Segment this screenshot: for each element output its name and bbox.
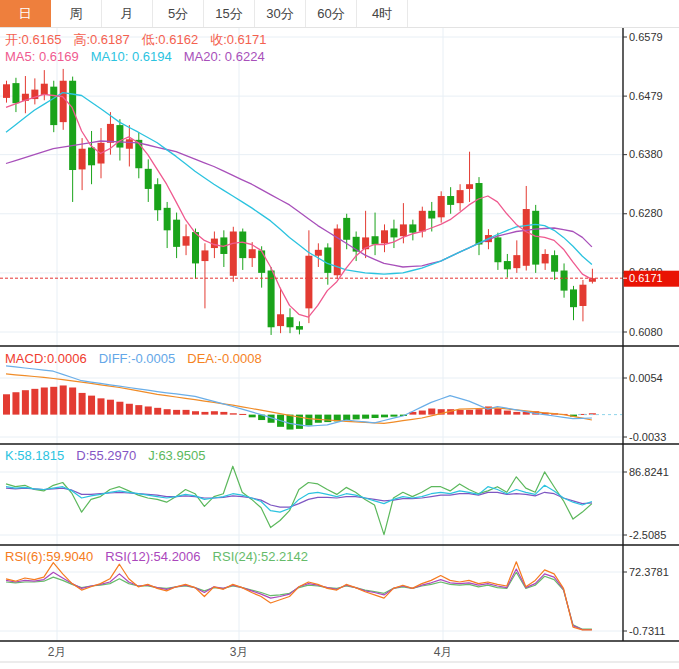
candle-body [513, 255, 520, 268]
candle-body [60, 81, 67, 122]
macd-bar [305, 415, 312, 426]
macd-bar [343, 415, 350, 420]
candle-body [164, 208, 171, 230]
diff-value: DIFF:-0.0005 [99, 351, 176, 366]
ma10-value: MA10: 0.6194 [91, 49, 172, 64]
open-value: 开:0.6165 [5, 32, 61, 47]
kdj-legend: K:58.1815D:55.2970J:63.9505 [5, 448, 217, 463]
macd-bar [12, 392, 19, 414]
macd-bar [126, 404, 133, 415]
candle-body [287, 317, 294, 327]
candle-body [570, 289, 577, 307]
candle-body [523, 209, 530, 266]
macd-bar [239, 414, 246, 415]
candle-body [239, 231, 246, 258]
rsi6-value: RSI(6):59.9040 [5, 549, 93, 564]
rsi12-line [6, 569, 592, 630]
macd-bar [145, 406, 152, 414]
macd-bar [428, 409, 435, 415]
chart-canvas[interactable]: 0.65790.64790.63800.62800.61800.60800.00… [0, 0, 679, 669]
x-axis-label: 4月 [434, 645, 453, 659]
axis-tick-label: -0.0033 [629, 431, 666, 443]
ma5-line [6, 94, 592, 317]
rsi24-value: RSI(24):52.2142 [213, 549, 308, 564]
axis-tick-label: -0.7311 [629, 625, 666, 637]
macd-bar [381, 415, 388, 418]
candle-body [183, 236, 190, 245]
candle-body [532, 211, 539, 265]
axis-tick-label: 86.8241 [629, 466, 669, 478]
macd-bar [476, 409, 483, 414]
candle-body [192, 232, 199, 263]
macd-bar [173, 410, 180, 415]
axis-tick-label: 0.6280 [629, 207, 663, 219]
candle-body [107, 124, 114, 143]
candle-body [466, 184, 473, 189]
candle-body [268, 271, 275, 328]
macd-bar [79, 393, 86, 415]
candle-body [579, 285, 586, 306]
macd-bar [230, 413, 237, 414]
macd-bar [324, 415, 331, 422]
macd-bar [457, 410, 464, 415]
macd-value: MACD:0.0006 [5, 351, 87, 366]
ma10-line [6, 93, 592, 275]
macd-bar [116, 402, 123, 415]
candle-body [381, 230, 388, 243]
macd-bar [3, 394, 10, 414]
macd-bar [220, 412, 227, 415]
candle-body [145, 169, 152, 189]
axis-tick-label: 0.6080 [629, 326, 663, 338]
macd-bar [362, 415, 369, 419]
rsi12-value: RSI(12):54.2006 [105, 549, 200, 564]
candle-body [277, 314, 284, 326]
macd-bar [69, 387, 76, 414]
candle-body [79, 149, 86, 170]
ma20-value: MA20: 0.6224 [184, 49, 265, 64]
chart-app: 日周月5分15分30分60分4时 开:0.6165高:0.6187低:0.616… [0, 0, 679, 669]
macd-bar [494, 409, 501, 415]
j-line [6, 466, 592, 534]
macd-bar [201, 412, 208, 415]
macd-bar [504, 411, 511, 415]
candle-body [542, 254, 549, 263]
candle-body [50, 87, 57, 125]
macd-bar [390, 415, 397, 417]
candle-body [372, 236, 379, 244]
candle-body [41, 84, 48, 95]
candle-body [409, 224, 416, 232]
high-value: 高:0.6187 [73, 32, 129, 47]
candle-body [551, 255, 558, 272]
macd-legend: MACD:0.0006DIFF:-0.0005DEA:-0.0008 [5, 351, 274, 366]
macd-bar [372, 415, 379, 418]
macd-bar [88, 396, 95, 415]
macd-bar [135, 405, 142, 414]
macd-bar [353, 415, 360, 420]
macd-bar [211, 411, 218, 414]
candle-body [249, 249, 256, 258]
candle-body [201, 250, 208, 261]
k-value: K:58.1815 [5, 448, 64, 463]
candle-body [296, 326, 303, 330]
axis-tick-label: 0.6579 [629, 31, 663, 43]
candle-body [126, 139, 133, 148]
macd-bar [513, 412, 520, 415]
candle-body [400, 224, 407, 236]
candle-body [258, 250, 265, 272]
candle-body [12, 83, 19, 103]
dea-value: DEA:-0.0008 [187, 351, 261, 366]
candle-body [476, 183, 483, 244]
macd-bar [419, 411, 426, 415]
candle-body [419, 211, 426, 232]
candle-body [230, 231, 237, 275]
macd-bar [60, 385, 67, 414]
axis-tick-label: -2.5085 [629, 529, 666, 541]
macd-bar [249, 415, 256, 418]
candle-body [116, 125, 123, 147]
x-axis-label: 3月 [230, 645, 249, 659]
axis-tick-label: 0.6380 [629, 148, 663, 160]
axis-tick-label: 72.3781 [629, 566, 669, 578]
x-axis-label: 2月 [48, 645, 67, 659]
d-value: D:55.2970 [76, 448, 136, 463]
close-value: 收:0.6171 [210, 32, 266, 47]
